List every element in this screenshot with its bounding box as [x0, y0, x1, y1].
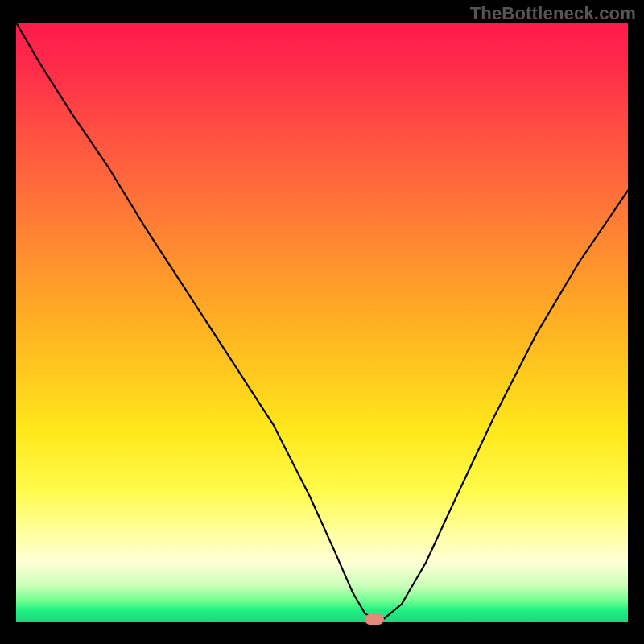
bottleneck-curve-svg [16, 23, 628, 622]
optimal-marker [365, 614, 384, 625]
bottleneck-curve [16, 23, 628, 619]
watermark-text: TheBottleneck.com [470, 3, 636, 24]
chart-frame: TheBottleneck.com [0, 0, 644, 644]
